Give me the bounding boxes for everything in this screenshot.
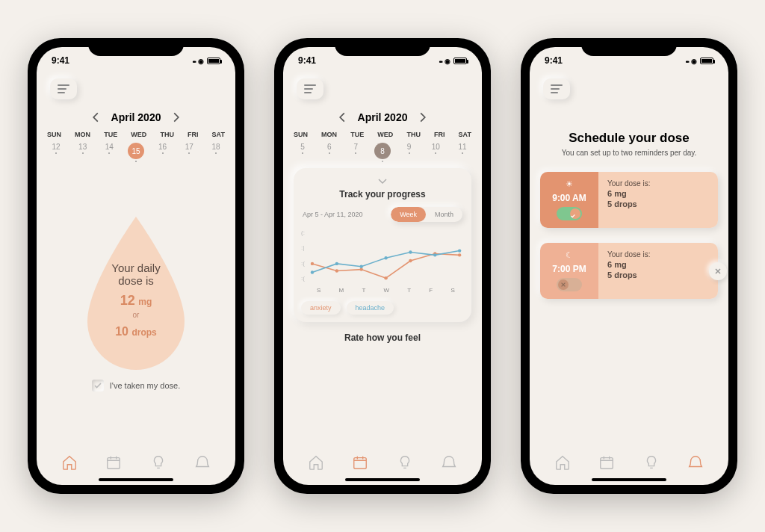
weekday-row: SUN MON TUE WED THU FRI SAT [294,131,471,138]
date-cell[interactable]: 11 [453,143,471,162]
month-label: April 2020 [358,111,408,123]
nav-calendar[interactable] [104,453,123,472]
range-toggle: Week Month [391,207,462,222]
svg-point-2 [335,269,338,272]
tag-anxiety[interactable]: anxiety [301,301,341,315]
dose-value: 6 mg [607,260,709,269]
sun-icon: ☀ [566,179,573,189]
dose-drops: 5 drops [607,200,709,208]
signal-icon [439,55,442,66]
moon-icon: ☾ [566,250,573,260]
menu-button[interactable] [50,78,77,99]
nav-calendar[interactable] [597,453,616,472]
face-unhappy-icon: :( [301,260,305,267]
svg-point-13 [433,253,436,256]
svg-rect-15 [354,458,367,469]
dose-value: 6 mg [607,189,709,198]
nav-reminders[interactable] [439,453,459,472]
next-month-button[interactable] [171,112,182,123]
date-cell[interactable]: 14 [100,143,118,162]
reminder-toggle[interactable] [557,278,582,291]
dose-unit: mg [138,297,152,307]
screen-schedule: 9:41 Schedule your dose You can set up t… [530,47,728,485]
reminder-toggle[interactable] [557,207,582,220]
weekday-label: THU [160,131,174,138]
svg-point-7 [458,253,461,256]
prev-month-button[interactable] [90,112,101,123]
tag-headache[interactable]: headache [347,301,394,315]
x-tick: F [429,287,433,294]
nav-home[interactable] [306,453,326,472]
phone-frame: 9:41 April 2020 SUN MON TUE WED THU FRI [274,38,491,494]
date-cell[interactable]: 5 [294,143,312,162]
nav-home[interactable] [60,453,79,472]
reminder-time-panel: ☾7:00 PM [540,243,598,299]
svg-point-3 [359,267,362,270]
home-indicator [99,478,173,481]
dose-line: Your daily [72,262,199,274]
prev-month-button[interactable] [337,112,347,123]
date-cell[interactable]: 13 [74,143,92,162]
weekday-label: FRI [188,131,199,138]
date-cell[interactable]: 15 [127,143,145,162]
weekday-row: SUN MON TUE WED THU FRI SAT [47,131,225,138]
checkbox-icon [92,380,104,392]
face-neutral-icon: :| [301,244,305,251]
home-indicator [345,478,420,481]
calendar-header: April 2020 [294,111,471,123]
date-cell[interactable]: 6 [320,143,338,162]
dose-drops: 5 drops [607,270,709,279]
reminders-list: ☀9:00 AMYour dose is:6 mg5 drops☾7:00 PM… [540,157,718,299]
nav-home[interactable] [553,453,572,472]
weekday-label: TUE [104,131,117,138]
toggle-month[interactable]: Month [426,207,462,222]
status-time: 9:41 [545,55,563,66]
svg-point-10 [359,265,362,268]
nav-tips[interactable] [149,453,168,472]
date-cell[interactable]: 17 [180,143,198,162]
svg-point-14 [458,249,461,252]
notch [88,38,184,56]
date-cell[interactable]: 8 [374,143,391,162]
collapse-button[interactable] [301,174,464,188]
dose-label: Your dose is: [607,250,709,259]
battery-icon [700,58,713,64]
dose-drops-label: drops [131,327,156,338]
date-cell[interactable]: 10 [427,143,445,162]
phone-frame: 9:41 April 2020 SUN MON TUE WED THU FRI [28,38,244,494]
dates-row: 12131415161718 [47,143,225,162]
nav-calendar[interactable] [350,453,370,472]
weekday-label: SAT [212,131,225,138]
screen-daily-dose: 9:41 April 2020 SUN MON TUE WED THU FRI [37,47,235,485]
weekday-label: WED [377,131,393,138]
weekday-label: TUE [350,131,364,138]
delete-reminder-button[interactable] [709,262,727,280]
schedule-subtitle: You can set up to two reminders per day. [540,149,718,157]
date-cell[interactable]: 7 [347,143,365,162]
next-month-button[interactable] [418,112,428,123]
nav-tips[interactable] [395,453,415,472]
nav-reminders[interactable] [686,453,705,472]
toggle-week[interactable]: Week [391,207,426,222]
reminder-card: ☾7:00 PMYour dose is:6 mg5 drops [540,243,718,299]
wifi-icon [198,55,204,66]
battery-icon [453,58,467,64]
taken-checkbox[interactable]: I've taken my dose. [92,380,180,392]
status-time: 9:41 [298,55,316,66]
svg-point-11 [384,256,387,259]
date-cell[interactable]: 18 [207,143,225,162]
dates-row: 567891011 [294,143,471,162]
weekday-label: THU [406,131,421,138]
svg-point-4 [384,276,387,279]
nav-reminders[interactable] [193,453,212,472]
date-cell[interactable]: 16 [154,143,172,162]
taken-label: I've taken my dose. [110,381,180,390]
menu-button[interactable] [543,78,570,99]
dose-line: dose is [72,274,199,287]
phone-frame: 9:41 Schedule your dose You can set up t… [521,38,737,494]
x-tick: T [362,287,365,294]
nav-tips[interactable] [642,453,661,472]
date-cell[interactable]: 9 [400,143,418,162]
date-cell[interactable]: 12 [47,143,65,162]
menu-button[interactable] [297,78,323,99]
